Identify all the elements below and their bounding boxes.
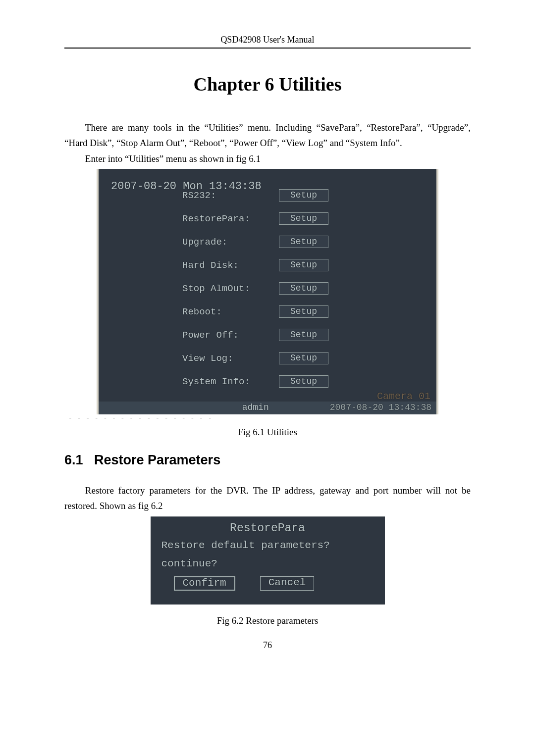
restorepara-screenshot: RestorePara Restore default parameters? … [151, 516, 385, 605]
setup-button[interactable]: Setup [279, 375, 328, 388]
confirm-button[interactable]: Confirm [174, 576, 235, 591]
enter-line: Enter into “Utilities” menu as shown in … [64, 151, 471, 166]
menu-label: System Info: [110, 376, 279, 387]
figure-caption-2: Fig 6.2 Restore parameters [64, 615, 471, 626]
menu-row-stopalmout: Stop AlmOut: Setup [110, 282, 425, 295]
dialog-line-2: continue? [161, 558, 374, 569]
dialog-line-1: Restore default parameters? [161, 540, 374, 551]
menu-label: Reboot: [110, 306, 279, 317]
decorative-dashes: - - - - - - - - - - - - - - - - - [68, 414, 471, 422]
cancel-button[interactable]: Cancel [260, 576, 315, 591]
setup-button[interactable]: Setup [279, 212, 328, 225]
setup-button[interactable]: Setup [279, 189, 328, 202]
status-timestamp: 2007-08-20 13:43:38 [330, 403, 431, 412]
menu-row-systeminfo: System Info: Setup [110, 375, 425, 388]
menu-label: Upgrade: [110, 237, 279, 248]
setup-button[interactable]: Setup [279, 305, 328, 318]
page-number: 76 [64, 640, 471, 651]
section-heading: 6.1Restore Parameters [64, 453, 471, 468]
menu-label: RestorePara: [110, 213, 279, 224]
menu-label: Hard Disk: [110, 260, 279, 271]
section-title: Restore Parameters [94, 453, 220, 467]
page-header: QSD42908 User's Manual [64, 35, 471, 49]
chapter-title: Chapter 6 Utilities [64, 73, 471, 95]
menu-row-poweroff: Power Off: Setup [110, 329, 425, 341]
menu-label: RS232: [110, 190, 279, 201]
camera-indicator: Camera 01 [377, 391, 430, 402]
menu-label: Power Off: [110, 330, 279, 341]
figure-caption-1: Fig 6.1 Utilities [64, 427, 471, 438]
menu-row-harddisk: Hard Disk: Setup [110, 259, 425, 271]
menu-row-viewlog: View Log: Setup [110, 352, 425, 364]
intro-paragraph: There are many tools in the “Utilities” … [64, 120, 471, 151]
setup-button[interactable]: Setup [279, 236, 328, 248]
setup-button[interactable]: Setup [279, 282, 328, 295]
setup-button[interactable]: Setup [279, 329, 328, 341]
setup-button[interactable]: Setup [279, 259, 328, 271]
setup-button[interactable]: Setup [279, 352, 328, 364]
menu-label: Stop AlmOut: [110, 283, 279, 294]
dialog-title: RestorePara [161, 522, 374, 535]
menu-row-rs232: RS232: Setup [110, 189, 425, 202]
menu-label: View Log: [110, 353, 279, 364]
menu-row-restorepara: RestorePara: Setup [110, 212, 425, 225]
menu-row-reboot: Reboot: Setup [110, 305, 425, 318]
utilities-screenshot: 2007-08-20 Mon 13:43:38 RS232: Setup Res… [97, 169, 438, 414]
section-number: 6.1 [64, 453, 94, 468]
section-paragraph: Restore factory parameters for the DVR. … [64, 483, 471, 514]
user-label: admin [242, 403, 269, 412]
menu-row-upgrade: Upgrade: Setup [110, 236, 425, 248]
status-bar: Camera 01 admin 2007-08-20 13:43:38 [99, 402, 436, 414]
